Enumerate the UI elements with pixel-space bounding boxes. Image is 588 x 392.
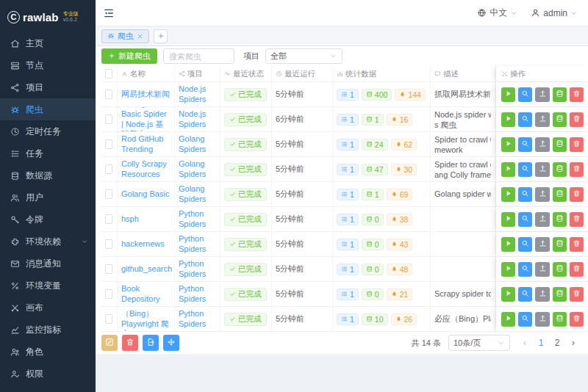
data-button[interactable] [553, 212, 567, 227]
sidebar-item-监控指标[interactable]: 监控指标 [0, 319, 96, 341]
column-header-描述[interactable]: 描述 [431, 66, 496, 82]
delete-button[interactable] [570, 137, 584, 152]
run-button[interactable] [501, 212, 515, 227]
batch-export-button[interactable] [143, 335, 159, 351]
project-link[interactable]: Node.js Spiders [179, 84, 215, 105]
row-checkbox[interactable] [105, 239, 112, 249]
sidebar-item-消息通知[interactable]: 消息通知 [0, 253, 96, 275]
view-button[interactable] [518, 262, 532, 277]
run-button[interactable] [501, 87, 515, 102]
page-button-1[interactable]: 1 [534, 335, 548, 351]
row-checkbox[interactable] [105, 90, 112, 99]
sidebar-item-令牌[interactable]: 令牌 [0, 208, 96, 231]
project-link[interactable]: Golang Spiders [179, 184, 215, 205]
sidebar-item-节点[interactable]: 节点 [0, 54, 96, 76]
sidebar-item-用户[interactable]: 用户 [0, 186, 96, 208]
sidebar-item-环境依赖[interactable]: 环境依赖 [0, 231, 96, 253]
spider-name-link[interactable]: Rod GitHub Trending [121, 134, 170, 155]
view-button[interactable] [518, 237, 532, 252]
sidebar-item-环境变量[interactable]: 环境变量 [0, 275, 96, 297]
delete-button[interactable] [570, 287, 584, 302]
sidebar-item-定时任务[interactable]: 定时任务 [0, 120, 96, 142]
upload-button[interactable] [535, 137, 549, 152]
run-button[interactable] [501, 187, 515, 202]
column-header-最近状态[interactable]: 最近状态 [220, 66, 272, 82]
upload-button[interactable] [535, 112, 549, 127]
sidebar-item-权限[interactable]: 权限 [0, 363, 96, 385]
spider-name-link[interactable]: Colly Scrapy Resources [121, 159, 170, 180]
spider-name-link[interactable]: 必应（Bing）Playwright 爬虫 [121, 307, 170, 332]
close-icon[interactable] [137, 33, 143, 40]
sidebar-item-角色[interactable]: 角色 [0, 341, 96, 363]
data-button[interactable] [553, 187, 567, 202]
sidebar-item-项目[interactable]: 项目 [0, 76, 96, 98]
run-button[interactable] [501, 237, 515, 252]
spider-name-link[interactable]: hsph [121, 214, 139, 225]
upload-button[interactable] [535, 162, 549, 177]
row-checkbox[interactable] [105, 314, 112, 324]
delete-button[interactable] [570, 312, 584, 327]
row-checkbox[interactable] [105, 189, 112, 199]
row-checkbox[interactable] [105, 214, 112, 224]
data-button[interactable] [553, 137, 567, 152]
data-button[interactable] [553, 262, 567, 277]
sidebar-item-爬虫[interactable]: 爬虫 [0, 98, 96, 120]
data-button[interactable] [553, 162, 567, 177]
run-button[interactable] [501, 112, 515, 127]
delete-button[interactable] [570, 212, 584, 227]
upload-button[interactable] [535, 262, 549, 277]
project-link[interactable]: Python Spiders [179, 234, 215, 255]
run-button[interactable] [501, 312, 515, 327]
language-selector[interactable]: 中文 [477, 7, 517, 19]
upload-button[interactable] [535, 312, 549, 327]
spider-name-link[interactable]: 网易技术新闻 [121, 90, 170, 100]
batch-move-button[interactable] [163, 335, 179, 351]
next-page-button[interactable]: › [566, 335, 581, 351]
sidebar-item-画布[interactable]: 画布 [0, 297, 96, 319]
spider-name-link[interactable]: Book Depository [121, 284, 170, 305]
project-link[interactable]: Golang Spiders [179, 134, 215, 155]
add-tab-button[interactable] [154, 29, 168, 43]
project-link[interactable]: Node.js Spiders [179, 109, 215, 130]
project-link[interactable]: Python Spiders [179, 284, 215, 305]
run-button[interactable] [501, 162, 515, 177]
spider-name-link[interactable]: github_search [121, 264, 172, 275]
data-button[interactable] [553, 112, 567, 127]
column-header-统计数据[interactable]: 统计数据 [333, 66, 431, 82]
upload-button[interactable] [535, 287, 549, 302]
spider-name-link[interactable]: hackernews [121, 239, 165, 250]
data-button[interactable] [553, 287, 567, 302]
view-button[interactable] [518, 187, 532, 202]
project-filter-select[interactable]: 全部 [265, 48, 343, 64]
column-header-项目[interactable]: 项目 [175, 66, 220, 82]
row-checkbox[interactable] [105, 264, 112, 274]
project-link[interactable]: Golang Spiders [179, 159, 215, 180]
select-all-checkbox[interactable] [105, 69, 112, 79]
project-link[interactable]: Python Spiders [179, 259, 215, 280]
upload-button[interactable] [535, 212, 549, 227]
search-input[interactable] [163, 48, 234, 64]
delete-button[interactable] [570, 112, 584, 127]
view-button[interactable] [518, 287, 532, 302]
spider-name-link[interactable]: Golang Basic [121, 189, 169, 200]
delete-button[interactable] [570, 162, 584, 177]
data-button[interactable] [553, 312, 567, 327]
view-button[interactable] [518, 212, 532, 227]
delete-button[interactable] [570, 87, 584, 102]
data-button[interactable] [553, 87, 567, 102]
view-button[interactable] [518, 312, 532, 327]
upload-button[interactable] [535, 187, 549, 202]
view-button[interactable] [518, 87, 532, 102]
run-button[interactable] [501, 137, 515, 152]
sidebar-collapse-button[interactable] [103, 7, 115, 19]
column-header-操作[interactable]: 操作 [496, 66, 588, 82]
tab-spiders[interactable]: 爬虫 [101, 29, 149, 43]
user-menu[interactable]: admin [531, 8, 578, 18]
delete-button[interactable] [570, 187, 584, 202]
row-checkbox[interactable] [105, 115, 112, 124]
batch-delete-button[interactable] [122, 335, 138, 351]
row-checkbox[interactable] [105, 164, 112, 174]
view-button[interactable] [518, 112, 532, 127]
row-checkbox[interactable] [105, 289, 112, 299]
column-header-最近运行[interactable]: 最近运行 [272, 66, 333, 82]
